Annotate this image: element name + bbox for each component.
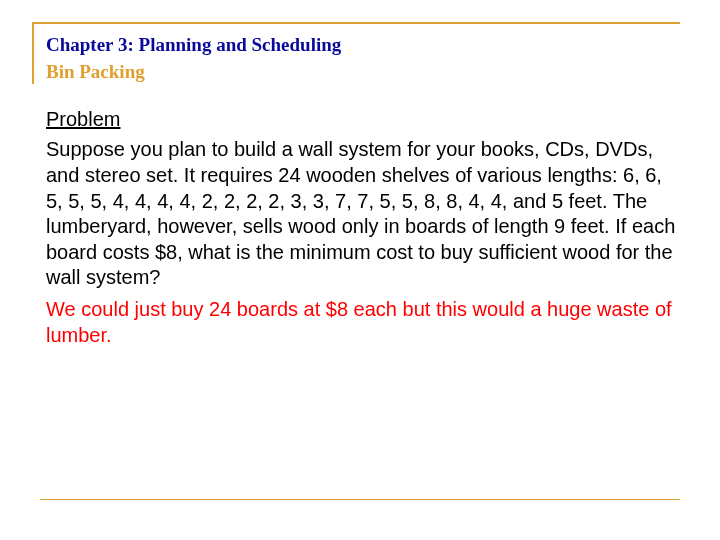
top-border-rule	[32, 22, 680, 24]
section-heading: Problem	[46, 108, 680, 131]
slide-subtitle: Bin Packing	[46, 60, 680, 85]
left-border-rule	[32, 22, 34, 84]
chapter-title: Chapter 3: Planning and Scheduling	[46, 33, 680, 58]
slide-content: Problem Suppose you plan to build a wall…	[46, 108, 680, 348]
problem-body-text: Suppose you plan to build a wall system …	[46, 137, 680, 291]
slide-container: Chapter 3: Planning and Scheduling Bin P…	[0, 0, 720, 540]
slide-header: Chapter 3: Planning and Scheduling Bin P…	[46, 33, 680, 84]
highlight-text: We could just buy 24 boards at $8 each b…	[46, 297, 680, 348]
bottom-border-rule	[40, 499, 680, 501]
